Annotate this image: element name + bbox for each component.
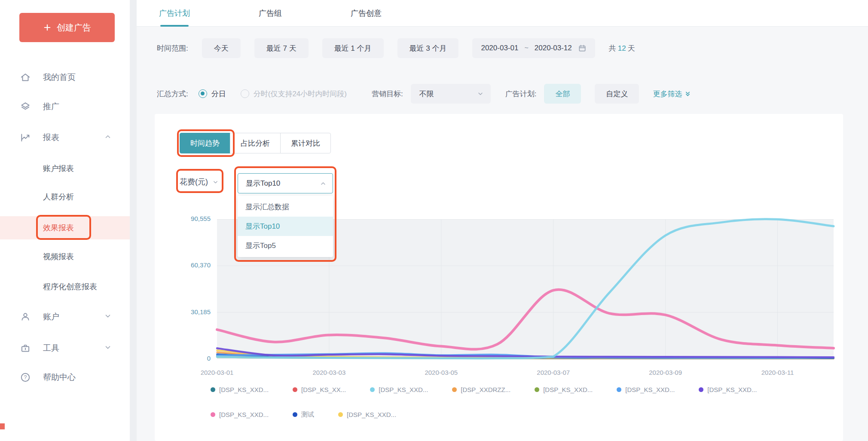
x-tick-label: 2020-03-07: [528, 369, 579, 376]
time-range-filter-row: 时间范围: 今天 最近 7 天 最近 1 个月 最近 3 个月 2020-03-…: [157, 38, 635, 58]
days-total: 共12天: [609, 43, 635, 53]
range-7days-button[interactable]: 最近 7 天: [254, 38, 309, 58]
date-end: 2020-03-12: [535, 44, 572, 52]
range-3months-button[interactable]: 最近 3 个月: [397, 38, 459, 58]
top-n-value: 显示Top10: [246, 178, 280, 188]
legend-dot-icon: [293, 412, 297, 417]
tab-label: 广告计划: [159, 8, 190, 18]
marketing-goal-select[interactable]: 不限: [411, 84, 491, 104]
marketing-goal-value: 不限: [419, 89, 434, 99]
legend-item[interactable]: [DSP_KS_XXD...: [617, 386, 675, 393]
chevron-down-icon: [477, 90, 484, 97]
y-axis-labels: 030,18560,37090,555: [165, 219, 211, 359]
legend-label: 测试: [301, 410, 314, 419]
sidebar-item-home[interactable]: 我的首页: [0, 67, 130, 88]
y-tick-label: 90,555: [165, 215, 211, 222]
legend-item[interactable]: [DSP_KS_XXD...: [211, 386, 269, 393]
legend-dot-icon: [535, 387, 539, 392]
view-tab-share-analysis[interactable]: 占比分析: [230, 133, 281, 153]
sidebar-item-label: 我的首页: [43, 72, 76, 83]
x-axis-labels: 2020-03-012020-03-032020-03-052020-03-07…: [217, 369, 834, 378]
sidebar-subitem-programmatic-creative-report[interactable]: 程序化创意报表: [0, 275, 130, 298]
date-separator: ~: [524, 44, 528, 52]
metric-value: 花费(元): [180, 177, 208, 187]
subitem-label: 视频报表: [43, 251, 74, 262]
chevron-down-icon: [104, 343, 112, 353]
tab-ad-group[interactable]: 广告组: [259, 0, 282, 27]
sidebar-item-reports[interactable]: 报表: [0, 127, 130, 148]
top-n-dropdown[interactable]: 显示Top10: [238, 173, 333, 193]
more-filters-label: 更多筛选: [653, 89, 682, 99]
sidebar-item-label: 帮助中心: [43, 372, 76, 383]
subitem-label: 效果报表: [43, 223, 74, 233]
menu-item-show-summary[interactable]: 显示汇总数据: [238, 197, 333, 217]
top-n-dropdown-menu: 显示汇总数据 显示Top10 显示Top5: [238, 196, 333, 257]
legend-dot-icon: [370, 387, 375, 392]
x-tick-label: 2020-03-09: [640, 369, 691, 376]
legend-item[interactable]: 测试: [293, 410, 314, 419]
x-tick-label: 2020-03-11: [752, 369, 804, 376]
menu-item-show-top10[interactable]: 显示Top10: [238, 217, 333, 236]
legend-item[interactable]: [DSP_KS_XXD...: [699, 386, 757, 393]
legend-label: [DSP_KS_XXD...: [707, 386, 757, 393]
campaign-custom-button[interactable]: 自定义: [595, 84, 639, 104]
tab-label: 广告组: [259, 8, 282, 18]
sidebar-subitem-video-report[interactable]: 视频报表: [0, 245, 130, 268]
range-1month-button[interactable]: 最近 1 个月: [322, 38, 384, 58]
chevron-down-icon: [212, 179, 219, 185]
range-today-button[interactable]: 今天: [202, 38, 241, 58]
legend-item[interactable]: [DSP_XXDRZZ...: [452, 386, 510, 393]
sidebar-item-account[interactable]: 账户: [0, 306, 130, 327]
legend-dot-icon: [699, 387, 703, 392]
legend-item[interactable]: [DSP_KS_XX...: [293, 386, 346, 393]
app-screen: 创建广告 我的首页 推广 报表 账户报表 人群分: [0, 0, 868, 441]
sidebar-item-help-center[interactable]: ? 帮助中心: [0, 367, 130, 388]
y-tick-label: 60,370: [165, 261, 211, 269]
legend-dot-icon: [338, 412, 343, 417]
legend-item[interactable]: [DSP_KS_XXD...: [370, 386, 428, 393]
radio-unselected-icon: [241, 89, 249, 98]
campaign-all-button[interactable]: 全部: [544, 84, 581, 104]
legend-item[interactable]: [DSP_KS_XXD...: [211, 411, 269, 418]
chevron-down-icon: [104, 312, 112, 322]
metric-selector[interactable]: 花费(元): [180, 173, 219, 191]
sidebar-item-label: 工具: [43, 343, 59, 354]
view-tab-time-trend[interactable]: 时间趋势: [180, 133, 230, 153]
main-area: 广告计划 广告组 广告创意 时间范围: 今天 最近 7 天 最近 1 个月 最近…: [137, 0, 868, 441]
campaign-label: 广告计划:: [505, 89, 537, 99]
radio-selected-icon: [199, 89, 207, 98]
toolbox-icon: [20, 343, 31, 354]
legend-item[interactable]: [DSP_KS_XXD...: [535, 386, 593, 393]
tab-ad-plan[interactable]: 广告计划: [159, 0, 190, 27]
date-start: 2020-03-01: [481, 44, 518, 52]
subitem-label: 账户报表: [43, 163, 74, 174]
x-tick-label: 2020-03-03: [303, 369, 355, 376]
date-range-picker[interactable]: 2020-03-01 ~ 2020-03-12: [472, 38, 595, 58]
sidebar-subitem-audience-analysis[interactable]: 人群分析: [0, 185, 130, 208]
radio-daily[interactable]: 分日: [199, 89, 226, 99]
entity-tabbar: 广告计划 广告组 广告创意: [137, 0, 868, 27]
sidebar-subitem-effect-report[interactable]: 效果报表: [0, 216, 130, 239]
double-chevron-down-icon: [685, 91, 691, 97]
aggregation-filter-row: 汇总方式: 分日 分时(仅支持24小时内时间段) 营销目标: 不限 广告计划: …: [157, 83, 691, 104]
legend-item[interactable]: [DSP_KS_XXD...: [338, 411, 396, 418]
chart-legend-row-1: [DSP_KS_XXD...[DSP_KS_XX...[DSP_KS_XXD..…: [211, 386, 757, 393]
sidebar-item-promotion[interactable]: 推广: [0, 96, 130, 117]
menu-item-show-top5[interactable]: 显示Top5: [238, 236, 333, 255]
sidebar-subitem-account-report[interactable]: 账户报表: [0, 157, 130, 180]
more-filters-link[interactable]: 更多筛选: [653, 89, 691, 99]
legend-label: [DSP_XXDRZZ...: [461, 386, 510, 393]
tab-ad-creative[interactable]: 广告创意: [351, 0, 382, 27]
layers-icon: [20, 101, 31, 112]
legend-label: [DSP_KS_XXD...: [219, 386, 269, 393]
x-tick-label: 2020-03-01: [191, 369, 243, 376]
legend-dot-icon: [452, 387, 457, 392]
sidebar-item-tools[interactable]: 工具: [0, 338, 130, 358]
legend-dot-icon: [617, 387, 621, 392]
chevron-up-icon: [320, 180, 327, 187]
time-range-label: 时间范围:: [157, 43, 188, 53]
create-ad-button[interactable]: 创建广告: [19, 13, 115, 42]
view-tab-cumulative-compare[interactable]: 累计对比: [280, 133, 331, 153]
chart-view-tabs: 时间趋势 占比分析 累计对比: [180, 133, 331, 153]
radio-hourly[interactable]: 分时(仅支持24小时内时间段): [241, 89, 347, 99]
